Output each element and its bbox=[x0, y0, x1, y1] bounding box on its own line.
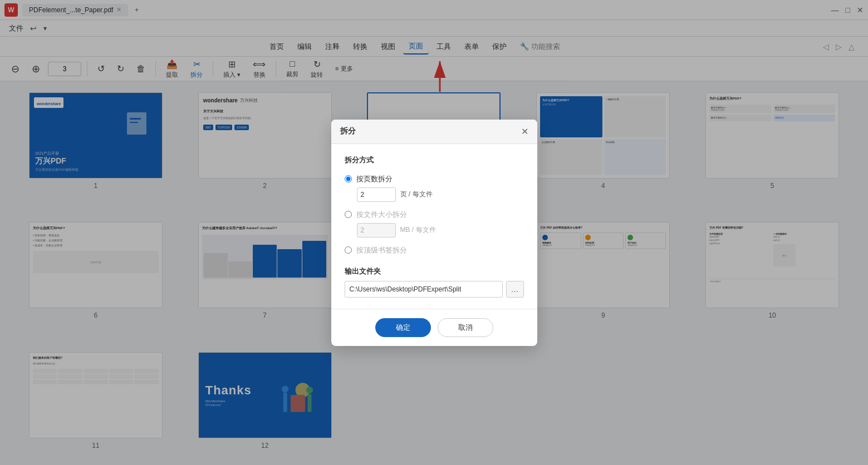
split-options: 按页数拆分 页 / 每文件 按文件大小拆分 MB / 每文件 bbox=[345, 174, 524, 255]
file-size-input[interactable] bbox=[357, 223, 396, 238]
output-path-input[interactable] bbox=[345, 281, 503, 298]
radio-by-page-label: 按页数拆分 bbox=[356, 174, 393, 184]
radio-by-bookmark[interactable] bbox=[345, 246, 352, 254]
radio-by-bookmark-label: 按顶级书签拆分 bbox=[356, 245, 407, 255]
dialog-body: 拆分方式 按页数拆分 页 / 每文件 bbox=[331, 144, 537, 309]
option-by-page-row[interactable]: 按页数拆分 bbox=[345, 174, 524, 184]
page-unit-text: 页 / 每文件 bbox=[400, 190, 433, 199]
split-dialog: 拆分 ✕ 拆分方式 按页数拆分 页 / 每文件 bbox=[331, 120, 537, 346]
dialog-footer: 确定 取消 bbox=[331, 309, 537, 346]
confirm-button[interactable]: 确定 bbox=[375, 318, 431, 337]
output-section: 输出文件夹 … bbox=[345, 266, 524, 298]
by-page-input-row: 页 / 每文件 bbox=[357, 187, 524, 202]
cancel-button[interactable]: 取消 bbox=[438, 318, 493, 337]
page-count-input[interactable] bbox=[357, 187, 396, 202]
dialog-title: 拆分 bbox=[340, 126, 356, 136]
radio-by-size[interactable] bbox=[345, 211, 352, 218]
output-path-row: … bbox=[345, 281, 524, 298]
dialog-header: 拆分 ✕ bbox=[331, 120, 537, 144]
output-folder-label: 输出文件夹 bbox=[345, 266, 524, 276]
option-by-size-row[interactable]: 按文件大小拆分 bbox=[345, 210, 524, 220]
by-size-input-row: MB / 每文件 bbox=[357, 223, 524, 238]
dialog-close-button[interactable]: ✕ bbox=[521, 126, 528, 137]
browse-icon: … bbox=[511, 285, 519, 294]
option-by-size: 按文件大小拆分 MB / 每文件 bbox=[345, 210, 524, 238]
radio-by-size-label: 按文件大小拆分 bbox=[356, 210, 407, 220]
browse-button[interactable]: … bbox=[506, 281, 524, 298]
radio-by-page[interactable] bbox=[345, 175, 352, 182]
option-by-page: 按页数拆分 页 / 每文件 bbox=[345, 174, 524, 202]
split-section-title: 拆分方式 bbox=[345, 155, 524, 165]
option-by-bookmark-row[interactable]: 按顶级书签拆分 bbox=[345, 245, 524, 255]
dialog-overlay: 拆分 ✕ 拆分方式 按页数拆分 页 / 每文件 bbox=[0, 0, 868, 465]
size-unit-text: MB / 每文件 bbox=[400, 225, 436, 235]
